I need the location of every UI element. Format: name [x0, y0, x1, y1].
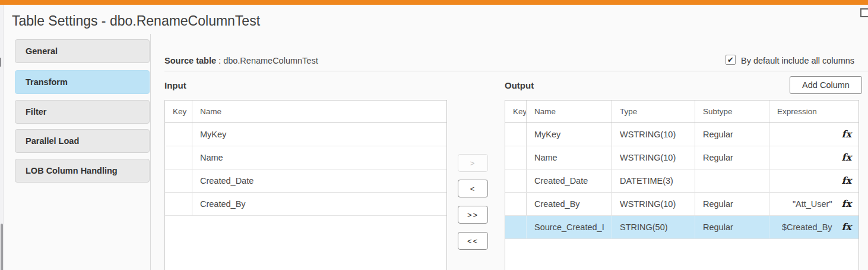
- cell-name: Created_Date: [192, 169, 446, 192]
- close-icon[interactable]: [860, 8, 868, 17]
- sidebar-tab-lob-column-handling[interactable]: LOB Column Handling: [15, 159, 150, 183]
- cell-expression: fx: [769, 146, 859, 169]
- input-columns-table: Key Name MyKey Name Created_Date Created…: [164, 100, 447, 270]
- output-header-expression: Expression: [769, 101, 859, 123]
- cell-subtype: Regular: [695, 123, 769, 146]
- fx-expression-icon[interactable]: fx: [842, 222, 851, 232]
- sidebar-tab-general[interactable]: General: [15, 39, 150, 63]
- sidebar-tab-transform[interactable]: Transform: [15, 70, 150, 94]
- cell-name: Name: [192, 146, 446, 169]
- header-divider: [164, 71, 868, 71]
- expression-value: $Created_By: [782, 222, 832, 232]
- cell-expression: "Att_User" fx: [769, 193, 859, 215]
- cell-subtype: Regular: [695, 193, 769, 215]
- cell-type: WSTRING(10): [612, 193, 695, 215]
- sidebar-divider: [150, 34, 151, 270]
- tab-label: Transform: [26, 77, 68, 87]
- output-header-key: Key: [505, 101, 527, 123]
- cell-name: Name: [527, 146, 612, 169]
- move-left-label: <: [470, 184, 476, 193]
- table-row[interactable]: Created_By WSTRING(10) Regular "Att_User…: [505, 193, 859, 216]
- cell-key: [165, 146, 192, 169]
- cell-name: MyKey: [527, 123, 612, 146]
- tab-label: Parallel Load: [26, 136, 79, 146]
- cell-name: Created_Date: [527, 169, 612, 192]
- table-row[interactable]: Created_Date DATETIME(3) fx: [505, 169, 859, 193]
- output-table-header: Key Name Type Subtype Expression: [505, 101, 859, 123]
- cell-key: [505, 123, 527, 146]
- accent-top-bar: [0, 0, 868, 5]
- source-table-label: Source table: [164, 56, 216, 65]
- table-row[interactable]: Created_Date: [165, 169, 446, 193]
- page-scrollbar-thumb[interactable]: [1, 224, 3, 270]
- cell-key: [505, 216, 527, 238]
- output-header-type: Type: [612, 101, 695, 123]
- cell-expression: $Created_By fx: [769, 216, 859, 238]
- input-table-header: Key Name: [165, 101, 446, 123]
- table-row[interactable]: Name WSTRING(10) Regular fx: [505, 146, 859, 169]
- cell-key: [165, 169, 192, 192]
- cell-type: STRING(50): [612, 216, 695, 238]
- sidebar-tab-parallel-load[interactable]: Parallel Load: [15, 129, 150, 153]
- move-all-right-button[interactable]: >>: [458, 206, 488, 224]
- table-row[interactable]: Name: [165, 146, 446, 169]
- cell-key: [505, 169, 527, 192]
- checkmark-icon: ✔: [727, 55, 734, 64]
- output-section-title: Output: [505, 80, 534, 90]
- move-all-right-label: >>: [467, 211, 479, 219]
- table-row[interactable]: MyKey: [165, 123, 446, 146]
- table-row[interactable]: Created_By: [165, 193, 446, 216]
- fx-expression-icon[interactable]: fx: [842, 153, 851, 162]
- output-header-name: Name: [527, 101, 612, 123]
- cell-expression: fx: [769, 123, 859, 146]
- table-row-selected[interactable]: Source_Created_I STRING(50) Regular $Cre…: [505, 216, 859, 239]
- input-header-key: Key: [165, 101, 192, 123]
- cell-key: [505, 146, 527, 169]
- add-column-label: Add Column: [802, 80, 850, 90]
- source-table-separator: :: [216, 56, 223, 65]
- dialog-title: Table Settings - dbo.RenameColumnTest: [12, 13, 260, 29]
- add-column-button[interactable]: Add Column: [790, 76, 862, 94]
- move-left-button[interactable]: <: [458, 180, 488, 197]
- expression-value: "Att_User": [793, 199, 832, 209]
- include-all-columns-label: By default include all columns: [741, 56, 854, 65]
- cell-key: [165, 123, 192, 146]
- tab-label: Filter: [26, 107, 46, 117]
- cell-key: [165, 193, 192, 215]
- cell-key: [505, 193, 527, 215]
- move-right-label: >: [470, 159, 476, 168]
- source-table-line: Source table : dbo.RenameColumnTest: [164, 56, 318, 65]
- move-right-button: >: [458, 154, 488, 172]
- cell-expression: fx: [769, 169, 859, 192]
- cell-subtype: [695, 169, 769, 192]
- cell-subtype: Regular: [695, 146, 769, 169]
- page-scroll-notch: [0, 58, 1, 67]
- move-all-left-button[interactable]: <<: [458, 232, 488, 250]
- input-section-title: Input: [164, 80, 186, 90]
- table-row[interactable]: MyKey WSTRING(10) Regular fx: [505, 123, 859, 146]
- cell-type: WSTRING(10): [612, 123, 695, 146]
- move-all-left-label: <<: [467, 237, 479, 246]
- page-scrollbar-track[interactable]: [0, 5, 4, 270]
- output-header-subtype: Subtype: [695, 101, 769, 123]
- fx-expression-icon[interactable]: fx: [842, 199, 851, 209]
- cell-type: WSTRING(10): [612, 146, 695, 169]
- input-header-name: Name: [192, 101, 446, 123]
- cell-name: Source_Created_I: [527, 216, 612, 238]
- cell-name: MyKey: [192, 123, 446, 146]
- tab-label: General: [26, 46, 58, 56]
- cell-name: Created_By: [527, 193, 612, 215]
- tab-label: LOB Column Handling: [26, 166, 118, 175]
- sidebar-tab-filter[interactable]: Filter: [15, 100, 150, 124]
- output-columns-table: Key Name Type Subtype Expression MyKey W…: [505, 100, 859, 270]
- source-table-value: dbo.RenameColumnTest: [223, 56, 318, 65]
- cell-type: DATETIME(3): [612, 169, 695, 192]
- fx-expression-icon[interactable]: fx: [842, 176, 851, 186]
- cell-subtype: Regular: [695, 216, 769, 238]
- fx-expression-icon[interactable]: fx: [842, 130, 851, 139]
- cell-name: Created_By: [192, 193, 446, 215]
- include-all-columns-checkbox[interactable]: ✔: [726, 55, 736, 65]
